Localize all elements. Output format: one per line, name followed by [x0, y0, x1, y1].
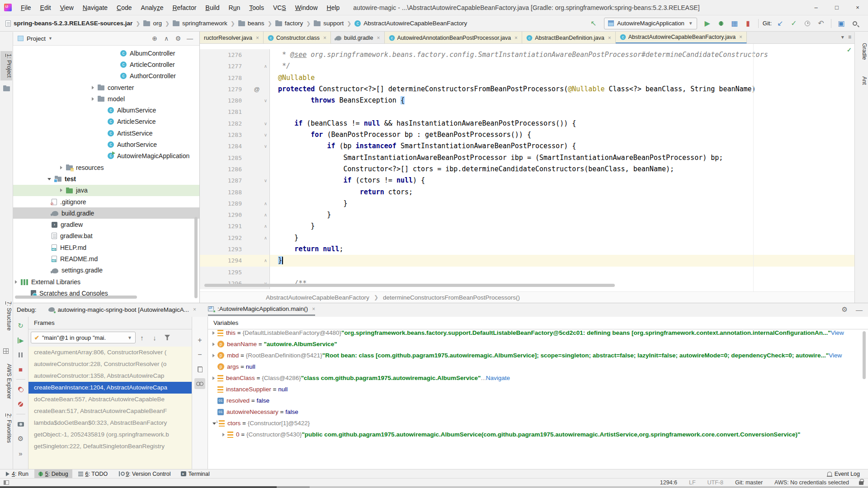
code-line-1285[interactable]: 1285 SmartInstantiationAwareBeanPostProc… — [200, 152, 854, 164]
menu-vcs[interactable]: VCS — [269, 0, 291, 15]
tool-button-ant[interactable]: Ant — [856, 74, 868, 88]
tree-item-gitignore[interactable]: .gitignore — [13, 196, 199, 207]
tree-item-resources[interactable]: resources — [13, 162, 199, 173]
project-horizontal-scrollbar[interactable] — [15, 296, 137, 299]
menu-view[interactable]: View — [56, 0, 78, 15]
tree-item-albumcontroller[interactable]: AlbumController — [13, 47, 199, 59]
variable-row-ctors[interactable]: ctors = {Constructor[1]@5422} — [208, 418, 868, 429]
tree-item-authorservice[interactable]: AuthorService — [13, 139, 199, 150]
breadcrumb-item-factory[interactable]: factory — [275, 20, 303, 27]
fold-marker-icon[interactable]: ∨ — [262, 175, 270, 186]
run-icon[interactable]: ▶ — [702, 18, 713, 29]
variable-row-beanname[interactable]: beanName = "autowire.AlbumService" — [208, 338, 868, 350]
code-line-1292[interactable]: 1292∧ } — [200, 232, 854, 244]
tree-item-external-libraries[interactable]: External Libraries — [13, 276, 199, 287]
fold-marker-icon[interactable]: ∨ — [262, 118, 270, 129]
coverage-icon[interactable]: ▦ — [729, 18, 741, 29]
fold-marker-icon[interactable]: ∧ — [262, 221, 270, 232]
tree-item-albumservice[interactable]: AlbumService — [13, 104, 199, 116]
line-number[interactable]: 1278 — [200, 72, 252, 84]
tab-ructorresolver-java[interactable]: ructorResolver.java× — [200, 32, 264, 44]
variable-row-beanclass[interactable]: beanClass = {Class@4286} "class com.gith… — [208, 372, 868, 384]
tab-constructor-class[interactable]: Constructor.class× — [264, 32, 331, 44]
tree-item-converter[interactable]: converter — [13, 82, 199, 93]
close-icon[interactable]: × — [193, 306, 196, 313]
thread-dump-icon[interactable] — [15, 419, 26, 430]
tree-item-authorcontroller[interactable]: AuthorController — [13, 70, 199, 82]
value-link[interactable]: Navigate — [486, 375, 510, 381]
frame-row-createbeaninstance-1[interactable]: createBeanInstance:1204, AbstractAutowir… — [28, 382, 192, 394]
value-link[interactable]: View — [829, 352, 842, 359]
menu-edit[interactable]: Edit — [36, 0, 56, 15]
variable-row-args[interactable]: args = null — [208, 361, 868, 372]
view-breakpoints-icon[interactable] — [15, 384, 26, 395]
line-number[interactable]: 1284 — [200, 141, 252, 152]
breadcrumb-item-org[interactable]: org — [143, 20, 162, 27]
chevron-collapsed-icon[interactable] — [15, 280, 17, 284]
debug-icon[interactable] — [715, 18, 727, 29]
show-watches-icon[interactable] — [194, 378, 205, 389]
line-number[interactable]: 1294 — [200, 255, 252, 266]
line-number[interactable]: 1277 — [200, 61, 252, 72]
status-lf[interactable]: LF — [689, 479, 696, 486]
fold-marker-icon[interactable]: ∧ — [262, 232, 270, 244]
breadcrumb-item-beans[interactable]: beans — [238, 20, 264, 27]
tree-item-test[interactable]: test — [13, 173, 199, 184]
tool-button-version-control[interactable]: 9: Version Control — [113, 469, 175, 479]
thread-selector[interactable]: ✔ "main"@1 in group "mai. ▼ — [31, 332, 136, 343]
code-line-1293[interactable]: 1293 return null; — [200, 244, 854, 255]
fold-marker-icon[interactable]: ∨ — [262, 129, 270, 141]
menu-run[interactable]: Run — [224, 0, 245, 15]
frame-up-icon[interactable]: ↑ — [136, 334, 148, 342]
grid-tool-icon[interactable] — [3, 348, 9, 354]
history-icon[interactable] — [802, 18, 813, 29]
code-line-1294[interactable]: 1294∧} — [200, 255, 854, 266]
changes-view-icon[interactable]: ▣ — [835, 18, 847, 29]
tool-button-gradle[interactable]: Gradle — [856, 40, 868, 63]
variable-row-resolved[interactable]: resolved = false — [208, 395, 868, 406]
debug-tab-autowiring-magic-spring-boot-autowiremagica[interactable]: autowiring-magic-spring-boot [AutowireMa… — [48, 303, 196, 316]
chevron-collapsed-icon[interactable] — [92, 97, 94, 101]
breadcrumb-item-springframework[interactable]: springframework — [173, 20, 227, 27]
frame-row-getobject-1-205243[interactable]: getObject:-1, 2052435819 (org.springfram… — [28, 429, 192, 441]
tool-button-structure[interactable]: 7: Structure — [0, 299, 12, 333]
tree-item-articleservice[interactable]: ArticleService — [13, 116, 199, 127]
collapse-all-icon[interactable]: ∧ — [160, 35, 172, 42]
event-log-button[interactable]: Event Log — [827, 471, 860, 477]
chevron-expanded-icon[interactable] — [47, 178, 51, 180]
update-project-icon[interactable]: ↙ — [774, 18, 786, 29]
code-line-1291[interactable]: 1291∧ } — [200, 221, 854, 232]
code-line-1277[interactable]: 1277∧ */ — [200, 61, 854, 72]
code-line-1286[interactable]: 1286 Constructor<?>[] ctors = ibp.determ… — [200, 164, 854, 175]
project-vertical-scrollbar[interactable] — [194, 217, 198, 298]
tree-item-settings-gradle[interactable]: settings.gradle — [13, 265, 199, 276]
debug-gear-icon[interactable]: ⚙ — [15, 433, 26, 444]
commit-icon[interactable]: ✓ — [788, 18, 800, 29]
breadcrumb-item-abstractautowirecapablebeanfactory[interactable]: AbstractAutowireCapableBeanFactory — [354, 20, 467, 27]
tool-button-run[interactable]: 4: Run — [2, 469, 33, 479]
close-icon[interactable]: × — [312, 306, 315, 312]
line-number[interactable]: 1280 — [200, 95, 252, 106]
remove-watch-icon[interactable]: − — [194, 349, 205, 360]
menu-build[interactable]: Build — [201, 0, 224, 15]
run-configuration-selector[interactable]: AutowireMagicApplication▼ — [604, 18, 697, 29]
frame-row-autowireconstructor[interactable]: autowireConstructor:228, ConstructorReso… — [28, 358, 192, 370]
menu-refactor[interactable]: Refactor — [168, 0, 201, 15]
line-number[interactable]: 1282 — [200, 118, 252, 129]
panel-settings-icon[interactable]: ⚙ — [172, 35, 184, 42]
menu-analyze[interactable]: Analyze — [137, 0, 168, 15]
fold-marker-icon[interactable]: ∧ — [262, 209, 270, 221]
tree-item-autowiremagicapplication[interactable]: AutowireMagicApplication — [13, 150, 199, 162]
tool-button-debug[interactable]: 5: Debug — [34, 469, 72, 479]
close-icon[interactable]: × — [739, 34, 742, 40]
status-aws-no-credentials-selected[interactable]: AWS: No credentials selected — [774, 479, 849, 486]
mute-breakpoints-icon[interactable] — [15, 399, 26, 409]
variable-row-autowirenecessary[interactable]: autowireNecessary = false — [208, 406, 868, 418]
code-line-1287[interactable]: 1287∨ if (ctors != null) { — [200, 175, 854, 186]
tab-abstractbeandefinition-java[interactable]: AbstractBeanDefinition.java× — [522, 32, 616, 44]
editor-breadcrumb-item[interactable]: AbstractAutowireCapableBeanFactory — [266, 294, 369, 301]
chevron-collapsed-icon[interactable] — [60, 166, 62, 169]
menu-file[interactable]: File — [16, 0, 36, 15]
tree-item-articlecontroller[interactable]: ArticleController — [13, 59, 199, 70]
copy-value-icon[interactable] — [194, 364, 205, 375]
